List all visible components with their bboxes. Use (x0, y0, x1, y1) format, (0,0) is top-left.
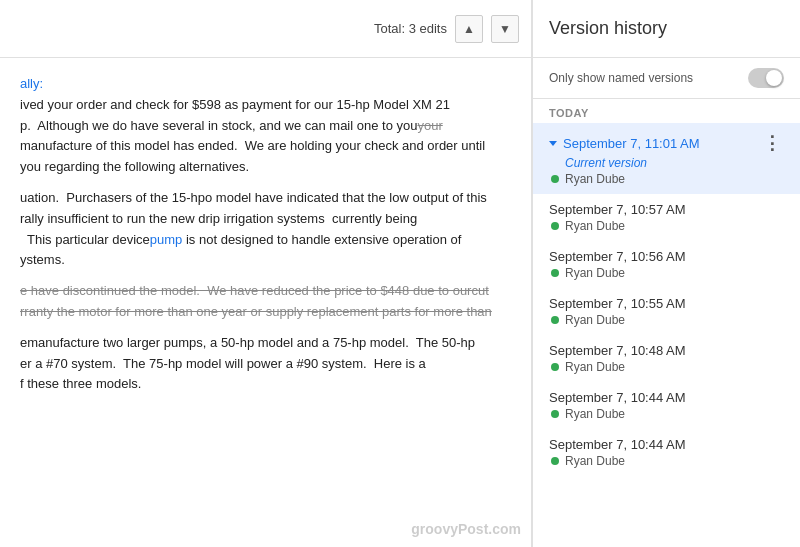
version-author-0: Ryan Dube (549, 172, 784, 186)
total-edits-label: Total: 3 edits (374, 21, 447, 36)
version-date-3: September 7, 10:55 AM (549, 296, 686, 311)
author-dot-icon-5 (551, 410, 559, 418)
version-item-6[interactable]: September 7, 10:44 AM Ryan Dube (533, 429, 800, 476)
strikethrough-2: e have discontinued the model. We have r… (20, 283, 489, 298)
version-author-1: Ryan Dube (549, 219, 784, 233)
version-item-current[interactable]: September 7, 11:01 AM ⋮ Current version … (533, 123, 800, 194)
chevron-down-icon (549, 141, 557, 146)
version-row-2: September 7, 10:56 AM (549, 249, 784, 264)
strikethrough-1: your (417, 118, 442, 133)
author-dot-icon-3 (551, 316, 559, 324)
version-author-2: Ryan Dube (549, 266, 784, 280)
version-date-1: September 7, 10:57 AM (549, 202, 686, 217)
version-date-6: September 7, 10:44 AM (549, 437, 686, 452)
watermark: groovyPost.com (411, 521, 521, 537)
author-dot-icon-1 (551, 222, 559, 230)
panel-filter: Only show named versions (533, 58, 800, 99)
version-date-4: September 7, 10:48 AM (549, 343, 686, 358)
doc-paragraph-2: uation. Purchasers of the 15-hpo model h… (20, 188, 511, 271)
version-date-2: September 7, 10:56 AM (549, 249, 686, 264)
doc-label-1: ally: (20, 76, 43, 91)
version-item-5[interactable]: September 7, 10:44 AM Ryan Dube (533, 382, 800, 429)
version-row-6: September 7, 10:44 AM (549, 437, 784, 452)
version-list: TODAY September 7, 11:01 AM ⋮ Current ve… (533, 99, 800, 547)
author-dot-icon-0 (551, 175, 559, 183)
version-row-4: September 7, 10:48 AM (549, 343, 784, 358)
inserted-text-1: pump (150, 232, 183, 247)
document-area: Total: 3 edits ▲ ▼ ally: ived your order… (0, 0, 532, 547)
version-row-3: September 7, 10:55 AM (549, 296, 784, 311)
panel-title: Version history (549, 18, 667, 39)
doc-paragraph-1: ally: ived your order and check for $598… (20, 74, 511, 178)
author-dot-icon-4 (551, 363, 559, 371)
strikethrough-3: rranty the motor for more than one year … (20, 304, 492, 319)
version-item-2[interactable]: September 7, 10:56 AM Ryan Dube (533, 241, 800, 288)
version-author-6: Ryan Dube (549, 454, 784, 468)
version-date-0: September 7, 11:01 AM (549, 136, 700, 151)
version-author-4: Ryan Dube (549, 360, 784, 374)
version-current-label: Current version (549, 156, 784, 170)
section-today-label: TODAY (533, 99, 800, 123)
version-panel: Version history Only show named versions… (532, 0, 800, 547)
version-author-5: Ryan Dube (549, 407, 784, 421)
version-item-4[interactable]: September 7, 10:48 AM Ryan Dube (533, 335, 800, 382)
version-author-3: Ryan Dube (549, 313, 784, 327)
panel-header: Version history (533, 0, 800, 58)
up-arrow-button[interactable]: ▲ (455, 15, 483, 43)
named-versions-toggle[interactable] (748, 68, 784, 88)
version-menu-button-0[interactable]: ⋮ (760, 131, 784, 155)
author-dot-icon-2 (551, 269, 559, 277)
author-dot-icon-6 (551, 457, 559, 465)
version-item-3[interactable]: September 7, 10:55 AM Ryan Dube (533, 288, 800, 335)
doc-paragraph-4: emanufacture two larger pumps, a 50-hp m… (20, 333, 511, 395)
version-row-1: September 7, 10:57 AM (549, 202, 784, 217)
version-row-0: September 7, 11:01 AM ⋮ (549, 131, 784, 155)
doc-paragraph-3: e have discontinued the model. We have r… (20, 281, 511, 323)
down-arrow-button[interactable]: ▼ (491, 15, 519, 43)
doc-toolbar: Total: 3 edits ▲ ▼ (0, 0, 531, 58)
version-row-5: September 7, 10:44 AM (549, 390, 784, 405)
version-item-1[interactable]: September 7, 10:57 AM Ryan Dube (533, 194, 800, 241)
filter-label: Only show named versions (549, 71, 693, 85)
document-content: ally: ived your order and check for $598… (0, 58, 531, 421)
version-date-5: September 7, 10:44 AM (549, 390, 686, 405)
